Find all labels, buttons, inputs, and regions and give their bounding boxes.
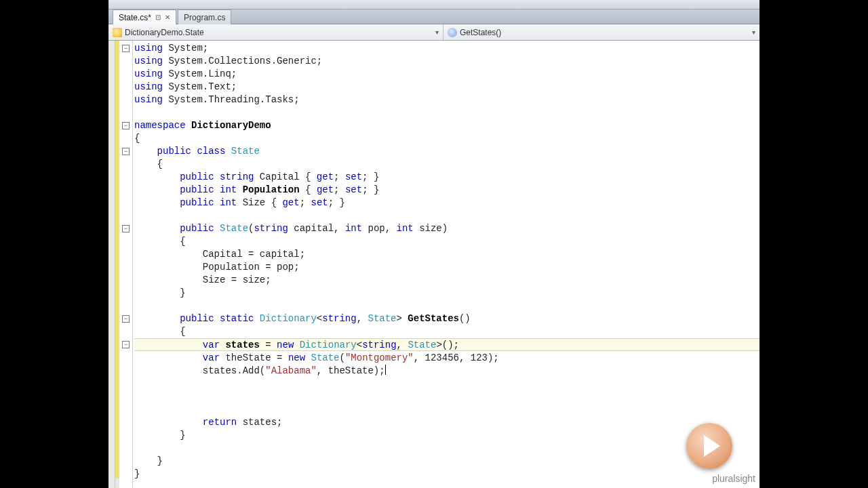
code-line[interactable]: public class State [134, 145, 760, 158]
document-tab[interactable]: Program.cs [178, 9, 231, 24]
menu-bar [108, 0, 760, 9]
member-selector[interactable]: GetStates() ▾ [443, 24, 760, 40]
code-line[interactable]: using System.Threading.Tasks; [134, 94, 760, 106]
code-line[interactable]: public State(string capital, int pop, in… [134, 222, 760, 235]
code-area[interactable]: using System;using System.Collections.Ge… [133, 41, 760, 488]
code-line[interactable]: Size = size; [134, 274, 760, 287]
fold-toggle[interactable]: − [122, 341, 130, 348]
code-line[interactable]: { [134, 235, 760, 248]
code-line[interactable]: namespace DictionaryDemo [134, 119, 760, 132]
code-line[interactable] [134, 209, 760, 222]
fold-toggle[interactable]: − [122, 315, 130, 323]
code-line[interactable]: return states; [134, 416, 760, 429]
ide-window: State.cs*⊡✕Program.cs DictionaryDemo.Sta… [108, 0, 760, 488]
code-line[interactable]: public int Size { get; set; } [134, 197, 760, 209]
member-selector-label: GetStates() [460, 28, 501, 37]
code-line[interactable]: { [134, 158, 760, 171]
code-line[interactable]: var theState = new State("Montgomery", 1… [134, 352, 760, 365]
fold-toggle[interactable]: − [122, 225, 130, 232]
close-icon[interactable]: ✕ [165, 14, 170, 21]
code-line[interactable]: states.Add("Alabama", theState); [134, 365, 760, 378]
class-selector[interactable]: DictionaryDemo.State ▾ [108, 24, 443, 40]
tab-label: State.cs* [119, 13, 151, 22]
method-icon [448, 28, 457, 37]
code-line[interactable]: var states = new Dictionary<string, Stat… [134, 338, 760, 351]
code-line[interactable]: public string Capital { get; set; } [134, 171, 760, 184]
code-line[interactable]: Population = pop; [134, 261, 760, 274]
document-tabstrip: State.cs*⊡✕Program.cs [108, 9, 760, 24]
chevron-down-icon: ▾ [752, 28, 755, 36]
code-line[interactable]: public static Dictionary<string, State> … [134, 312, 760, 325]
fold-toggle[interactable]: − [122, 122, 130, 129]
tab-label: Program.cs [184, 13, 225, 22]
navigation-bar: DictionaryDemo.State ▾ GetStates() ▾ [108, 24, 760, 41]
code-line[interactable] [134, 300, 760, 312]
code-line[interactable]: { [134, 325, 760, 338]
code-line[interactable]: using System.Text; [134, 81, 760, 94]
code-editor[interactable]: −−−−−− using System;using System.Collect… [108, 41, 760, 488]
code-line[interactable]: using System.Collections.Generic; [134, 55, 760, 68]
code-line[interactable] [134, 378, 760, 390]
code-line[interactable] [134, 106, 760, 119]
code-line[interactable]: { [134, 132, 760, 145]
code-line[interactable]: using System.Linq; [134, 68, 760, 81]
code-line[interactable]: } [134, 429, 760, 442]
code-line[interactable]: using System; [134, 42, 760, 55]
text-cursor [385, 365, 386, 375]
code-line[interactable] [134, 390, 760, 403]
code-line[interactable]: } [134, 455, 760, 468]
code-line[interactable] [134, 403, 760, 416]
code-line[interactable]: Capital = capital; [134, 248, 760, 261]
code-line[interactable]: } [134, 468, 760, 481]
code-line[interactable] [134, 442, 760, 455]
document-tab[interactable]: State.cs*⊡✕ [113, 9, 176, 24]
class-icon [113, 28, 122, 37]
selection-margin [108, 41, 115, 488]
pin-icon[interactable]: ⊡ [155, 14, 161, 21]
fold-toggle[interactable]: − [122, 148, 130, 155]
class-selector-label: DictionaryDemo.State [125, 28, 204, 37]
code-line[interactable]: } [134, 287, 760, 300]
chevron-down-icon: ▾ [435, 28, 439, 36]
code-line[interactable]: public int Population { get; set; } [134, 184, 760, 197]
outlining-margin: −−−−−− [119, 41, 133, 488]
fold-toggle[interactable]: − [122, 45, 130, 52]
